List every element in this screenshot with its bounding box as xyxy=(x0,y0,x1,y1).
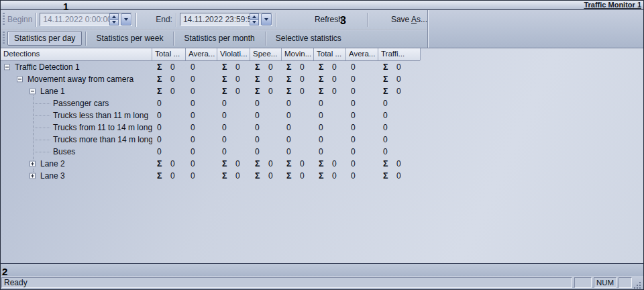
value-cell: 0 xyxy=(217,146,250,158)
table-row[interactable]: Trucks less than 11 m long00000000 xyxy=(1,109,643,122)
detections-cell: Buses xyxy=(1,146,152,158)
value: 0 xyxy=(268,75,273,84)
up-arrow-icon xyxy=(112,15,116,18)
value: 0 xyxy=(383,147,388,156)
sigma-symbol: Σ xyxy=(383,87,392,96)
value-cell: 0 xyxy=(217,122,250,134)
collapse-icon[interactable] xyxy=(4,64,10,70)
table-row[interactable]: Lane 2Σ00Σ0Σ0Σ0Σ00Σ0 xyxy=(1,158,643,170)
button-statistics-per-day[interactable]: Statistics per day xyxy=(7,31,82,46)
save-as-button[interactable]: Save As... xyxy=(391,15,427,24)
button-statistics-per-week[interactable]: Statistics per week xyxy=(89,31,170,46)
column-header-total[interactable]: Total ... xyxy=(152,48,186,60)
sigma-symbol: Σ xyxy=(319,62,327,72)
column-header-total[interactable]: Total ... xyxy=(314,48,346,60)
value-cell: 0 xyxy=(152,134,186,146)
value: 0 xyxy=(235,75,240,84)
sigma-symbol: Σ xyxy=(286,159,295,168)
resize-grip-icon[interactable] xyxy=(634,281,641,289)
row-label: Buses xyxy=(53,147,75,156)
table-row[interactable]: Traffic Detection 1Σ00Σ0Σ0Σ0Σ00Σ0 xyxy=(1,61,643,73)
value: 0 xyxy=(191,111,195,120)
value: 0 xyxy=(300,171,305,181)
value-cell: 0 xyxy=(346,61,378,73)
value-cell: 0 xyxy=(152,122,186,134)
end-date-dropdown-button[interactable] xyxy=(261,13,272,26)
end-date-spinner[interactable] xyxy=(250,13,259,26)
value: 0 xyxy=(157,135,162,144)
value-cell: Σ0 xyxy=(378,170,421,182)
sigma-symbol: Σ xyxy=(286,171,295,181)
value: 0 xyxy=(351,111,356,120)
value: 0 xyxy=(157,123,162,132)
callout-1: 1 xyxy=(63,1,68,11)
column-header-spee[interactable]: Spee... xyxy=(250,48,282,60)
column-header-traffi[interactable]: Traffi... xyxy=(378,48,421,60)
status-message: Ready xyxy=(1,277,572,288)
value: 0 xyxy=(300,62,305,72)
table-row[interactable]: Movement away from cameraΣ00Σ0Σ0Σ0Σ00Σ0 xyxy=(1,73,643,85)
begin-date-value[interactable]: 14.11.2022 0:00:00 xyxy=(40,15,109,24)
table-row[interactable]: Buses00000000 xyxy=(1,146,643,158)
value-cell: Σ0 xyxy=(378,73,421,85)
begin-date-field[interactable]: 14.11.2022 0:00:00 xyxy=(40,13,132,26)
spin-up-button[interactable] xyxy=(250,13,259,20)
end-date-value[interactable]: 14.11.2022 23:59:59 xyxy=(180,15,250,24)
value: 0 xyxy=(268,87,273,96)
end-date-field[interactable]: 14.11.2022 23:59:59 xyxy=(180,13,272,26)
value: 0 xyxy=(191,135,195,144)
separator xyxy=(85,32,86,46)
column-header-violati[interactable]: Violati... xyxy=(217,48,250,60)
toolbar-grip-icon[interactable] xyxy=(3,13,5,26)
value-cell: Σ0 xyxy=(217,61,250,73)
expand-icon[interactable] xyxy=(30,161,36,167)
value: 0 xyxy=(332,171,337,181)
spin-down-button[interactable] xyxy=(250,20,259,26)
button-selective-statistics[interactable]: Selective statistics xyxy=(269,31,348,46)
toolbar-grip-icon[interactable] xyxy=(3,32,5,45)
value-cell: 0 xyxy=(314,109,346,122)
value: 0 xyxy=(157,147,162,156)
begin-date-spinner[interactable] xyxy=(109,13,119,26)
table-row[interactable]: Passenger cars00000000 xyxy=(1,97,643,109)
table-row[interactable]: Lane 3Σ00Σ0Σ0Σ0Σ00Σ0 xyxy=(1,170,643,182)
value-cell: Σ0 xyxy=(217,73,250,85)
status-pane xyxy=(619,277,632,288)
table-body: Traffic Detection 1Σ00Σ0Σ0Σ0Σ00Σ0Movemen… xyxy=(1,61,643,182)
column-header-movin[interactable]: Movin... xyxy=(282,48,314,60)
collapse-icon[interactable] xyxy=(30,89,36,95)
refresh-button[interactable]: Refresh xyxy=(315,15,343,24)
column-header-avera[interactable]: Avera... xyxy=(186,48,217,60)
column-header-detections[interactable]: Detections xyxy=(1,48,152,60)
sigma-symbol: Σ xyxy=(157,75,166,84)
column-header-avera[interactable]: Avera... xyxy=(346,48,378,60)
table-row[interactable]: Lane 1Σ00Σ0Σ0Σ0Σ00Σ0 xyxy=(1,85,643,97)
begin-date-dropdown-button[interactable] xyxy=(121,13,131,26)
value-cell: Σ0 xyxy=(378,85,421,97)
value: 0 xyxy=(286,135,291,144)
row-label: Lane 2 xyxy=(40,159,65,168)
spin-up-button[interactable] xyxy=(109,13,119,20)
value-cell: 0 xyxy=(314,146,346,158)
begin-label: Beginni... xyxy=(7,15,32,24)
value: 0 xyxy=(351,147,356,156)
value: 0 xyxy=(170,62,175,72)
table-row[interactable]: Trucks more than 14 m long00000000 xyxy=(1,134,643,146)
collapse-icon[interactable] xyxy=(17,77,23,83)
button-statistics-per-month[interactable]: Statistics per month xyxy=(177,31,261,46)
value-cell: 0 xyxy=(346,85,378,97)
end-label: End: xyxy=(156,15,172,24)
spin-down-button[interactable] xyxy=(109,20,119,26)
value-cell: 0 xyxy=(186,170,217,182)
value: 0 xyxy=(235,171,240,181)
value-cell: 0 xyxy=(378,146,421,158)
expand-icon[interactable] xyxy=(30,173,36,179)
value: 0 xyxy=(222,111,227,120)
row-label: Trucks less than 11 m long xyxy=(53,111,148,120)
value-cell: 0 xyxy=(186,134,217,146)
value: 0 xyxy=(300,87,305,96)
detections-cell: Passenger cars xyxy=(1,97,152,109)
value: 0 xyxy=(191,159,195,168)
sigma-symbol: Σ xyxy=(222,159,231,168)
table-row[interactable]: Trucks from 11 to 14 m long00000000 xyxy=(1,122,643,134)
